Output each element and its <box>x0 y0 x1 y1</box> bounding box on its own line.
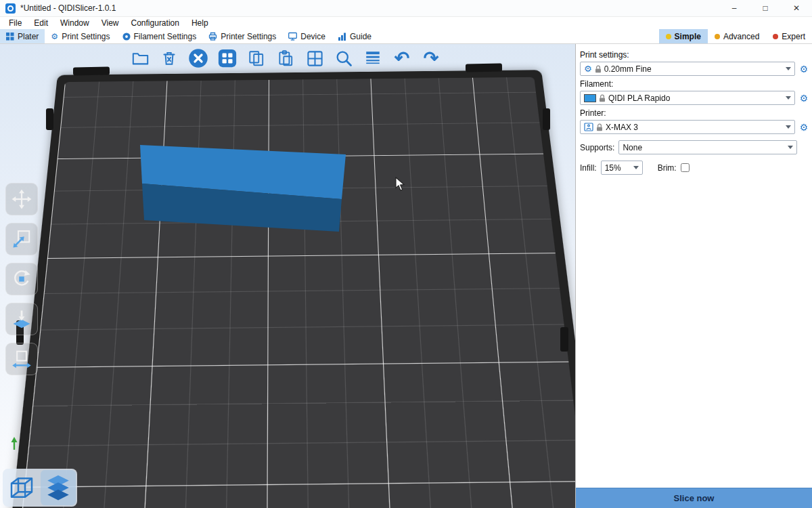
chevron-down-icon <box>786 125 791 129</box>
redo-arrow-icon: ↷ <box>424 49 439 68</box>
tab-printer-settings[interactable]: Printer Settings <box>202 29 282 43</box>
expert-mode-dot-icon <box>773 34 778 39</box>
tab-label: Printer Settings <box>221 32 276 41</box>
chevron-down-icon <box>786 67 791 70</box>
plater-icon <box>6 33 14 41</box>
print-bed-surface <box>0 77 575 508</box>
origin-axis-icon <box>9 437 19 450</box>
tab-device[interactable]: Device <box>282 29 332 43</box>
search-button[interactable] <box>334 48 354 68</box>
tab-filament-settings[interactable]: Filament Settings <box>116 29 203 43</box>
menu-edit[interactable]: Edit <box>28 18 54 28</box>
scale-button[interactable] <box>5 223 38 255</box>
split-grid-icon <box>306 49 324 68</box>
filament-gear-icon[interactable]: ⚙ <box>798 93 809 104</box>
profile-gear-icon: ⚙ <box>584 64 592 73</box>
guide-icon <box>338 32 346 41</box>
minimize-button[interactable]: – <box>719 0 750 16</box>
print-settings-label: Print settings: <box>580 50 809 60</box>
tab-bar: Plater ⚙ Print Settings Filament Setting… <box>0 29 812 44</box>
infill-label: Infill: <box>580 163 597 173</box>
menu-window[interactable]: Window <box>54 18 95 28</box>
printer-combo[interactable]: X-MAX 3 <box>580 120 795 134</box>
scale-icon <box>12 229 32 249</box>
chevron-down-icon <box>788 146 793 149</box>
filament-combo[interactable]: QIDI PLA Rapido <box>580 91 795 105</box>
app-logo-icon <box>5 3 16 14</box>
bed-clip <box>46 108 53 130</box>
menu-help[interactable]: Help <box>185 18 215 28</box>
printer-icon <box>208 32 217 41</box>
printer-thumb-icon <box>584 123 593 131</box>
copy-icon <box>248 49 265 67</box>
rotate-icon <box>12 269 32 289</box>
brim-checkbox[interactable] <box>681 163 690 172</box>
cut-button[interactable] <box>5 343 38 375</box>
menu-view[interactable]: View <box>95 18 125 28</box>
print-settings-gear-icon[interactable]: ⚙ <box>798 64 809 75</box>
move-icon <box>12 189 32 209</box>
printer-gear-icon[interactable]: ⚙ <box>798 122 809 133</box>
settings-panel: Print settings: ⚙ 0.20mm Fine ⚙ Filament… <box>575 44 812 508</box>
advanced-mode-dot-icon <box>715 34 720 39</box>
print-bed[interactable] <box>0 70 575 508</box>
lock-icon <box>599 94 606 102</box>
gear-icon: ⚙ <box>51 33 58 41</box>
infill-value: 15% <box>605 163 631 173</box>
filament-icon <box>122 33 131 41</box>
object-toolbar: ↶ ↷ <box>130 48 441 68</box>
open-project-button[interactable] <box>130 48 150 68</box>
delete-button[interactable] <box>159 48 179 68</box>
title-bar: *Untitled - QIDISlicer-1.0.1 – □ ✕ <box>0 0 812 17</box>
print-settings-combo[interactable]: ⚙ 0.20mm Fine <box>580 62 795 76</box>
tab-guide[interactable]: Guide <box>332 29 378 43</box>
paste-button[interactable] <box>275 48 296 68</box>
close-button[interactable]: ✕ <box>781 0 812 16</box>
menu-bar: File Edit Window View Configuration Help <box>0 17 812 29</box>
infill-combo[interactable]: 15% <box>601 161 643 175</box>
mode-advanced[interactable]: Advanced <box>708 29 766 43</box>
chevron-down-icon <box>786 96 791 100</box>
slice-now-button[interactable]: Slice now <box>576 488 812 508</box>
gizmo-toolbar <box>5 183 38 375</box>
tab-plater[interactable]: Plater <box>0 29 45 43</box>
arrange-button[interactable] <box>217 48 238 68</box>
supports-combo[interactable]: None <box>618 140 797 154</box>
place-on-face-button[interactable] <box>5 303 38 335</box>
lock-icon <box>595 65 602 73</box>
supports-label: Supports: <box>580 143 614 152</box>
maximize-button[interactable]: □ <box>750 0 781 16</box>
layers-icon <box>364 49 382 67</box>
bed-clip <box>560 327 568 352</box>
bed-clip <box>73 67 110 76</box>
chevron-down-icon <box>633 166 639 169</box>
supports-value: None <box>623 143 785 152</box>
undo-button[interactable]: ↶ <box>392 48 412 68</box>
folder-open-icon <box>131 49 150 68</box>
tab-label: Guide <box>350 32 371 41</box>
viewport-3d[interactable]: ↶ ↷ <box>0 44 575 508</box>
copy-button[interactable] <box>246 48 267 68</box>
rotate-button[interactable] <box>5 263 38 295</box>
split-objects-button[interactable] <box>304 48 325 68</box>
menu-file[interactable]: File <box>3 18 28 28</box>
mode-expert[interactable]: Expert <box>766 29 812 43</box>
delete-all-button[interactable] <box>188 48 208 68</box>
tab-label: Device <box>300 32 325 41</box>
mode-label: Simple <box>675 32 701 41</box>
preview-view-button[interactable] <box>41 470 76 505</box>
tab-print-settings[interactable]: ⚙ Print Settings <box>45 29 116 43</box>
mode-simple[interactable]: Simple <box>659 29 708 43</box>
redo-button[interactable]: ↷ <box>421 48 441 68</box>
variable-layer-height-button[interactable] <box>363 48 383 68</box>
menu-configuration[interactable]: Configuration <box>125 18 185 28</box>
move-button[interactable] <box>5 183 38 215</box>
bed-clip <box>543 108 550 130</box>
print-settings-value: 0.20mm Fine <box>604 64 783 74</box>
mode-label: Advanced <box>723 32 759 41</box>
search-icon <box>334 49 353 68</box>
device-icon <box>288 32 297 41</box>
tab-label: Plater <box>18 32 39 41</box>
mode-switcher: Simple Advanced Expert <box>659 29 812 43</box>
editor-view-button[interactable] <box>4 470 39 505</box>
